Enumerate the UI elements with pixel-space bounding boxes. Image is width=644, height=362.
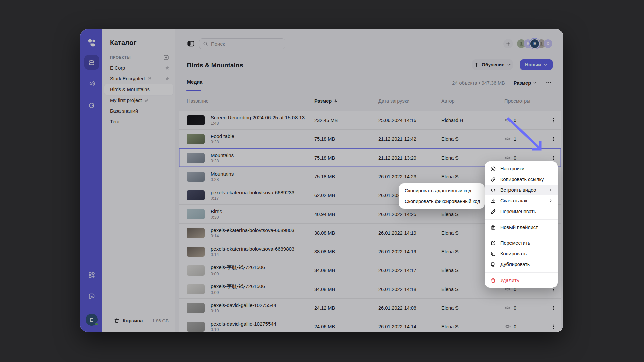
more-options-button[interactable] [545, 79, 552, 86]
table-header: НазваниеРазмерДата загрузкиАвторПросмотр… [179, 91, 561, 111]
cell-date: 25.06.2024 14:16 [378, 118, 441, 123]
context-menu-item[interactable]: Переименовать [485, 206, 558, 217]
pencil-icon [490, 208, 496, 215]
submenu-item[interactable]: Скопировать адаптивный код [399, 185, 485, 196]
video-thumbnail [187, 265, 205, 276]
row-menu-button[interactable] [548, 115, 558, 125]
sort-selector-label: Размер [514, 80, 531, 86]
video-name: Mountains [211, 152, 234, 158]
video-thumbnail [187, 284, 205, 294]
cell-size: 40.94 MB [314, 212, 378, 217]
trash-item[interactable]: Корзина 1.86 GB [104, 315, 173, 326]
column-header[interactable]: Просмотры [504, 98, 548, 104]
star-icon [165, 76, 170, 81]
row-menu-button[interactable] [548, 322, 558, 332]
menu-item-label: Копировать [500, 251, 527, 256]
table-row[interactable]: Food table0:2875.18 MB21.12.2021 12:42El… [179, 129, 561, 148]
app-logo-icon[interactable] [87, 38, 97, 48]
context-menu-item[interactable]: Удалить [485, 275, 558, 286]
video-thumbnail [187, 190, 205, 200]
row-menu-button[interactable] [548, 303, 558, 313]
rail-stream-icon[interactable] [84, 76, 99, 91]
link-icon [490, 176, 496, 183]
ellipsis-icon [545, 79, 552, 86]
cell-size: 62.02 MB [314, 193, 378, 198]
sort-selector[interactable]: Размер [514, 80, 537, 86]
add-project-button[interactable] [163, 54, 169, 61]
cell-date: 26.01.2022 14:25 [378, 212, 441, 217]
project-label: E Corp [110, 65, 125, 71]
user-avatar[interactable]: E [86, 314, 98, 326]
rail-chat-icon[interactable] [84, 289, 99, 304]
context-menu-item[interactable]: Дублировать [485, 259, 558, 270]
sidebar-project-item[interactable]: My first project [104, 95, 173, 106]
sidebar-project-item[interactable]: Stark Encrypted [104, 73, 173, 84]
views-count: 0 [514, 305, 516, 311]
video-duration: 0:09 [211, 290, 265, 295]
collapse-sidebar-icon[interactable] [187, 40, 195, 48]
video-duration: 0:09 [211, 272, 265, 276]
add-member-button[interactable] [503, 39, 513, 48]
column-header[interactable]: Размер [314, 98, 378, 104]
video-duration: 1:48 [211, 121, 305, 126]
member-avatar[interactable]: E [530, 39, 539, 48]
video-thumbnail [187, 153, 205, 163]
project-label: My first project [110, 98, 142, 103]
context-menu-item[interactable]: Встроить видео [485, 185, 558, 195]
views-count: 1 [514, 136, 516, 142]
move-icon [490, 240, 496, 246]
new-button[interactable]: Новый [520, 59, 553, 70]
sidebar-project-item[interactable]: База знаний [104, 106, 173, 116]
chevron-right-icon [548, 188, 553, 192]
embed-submenu: Скопировать адаптивный кодСкопировать фи… [399, 183, 485, 209]
column-header[interactable]: Название [187, 98, 314, 104]
cell-size: 24.12 MB [314, 305, 378, 311]
menu-divider [485, 235, 558, 235]
video-name: Birds [211, 208, 222, 214]
rail-apps-icon[interactable] [84, 267, 99, 282]
cell-date: 26.01.2022 14:08 [378, 305, 441, 311]
trash-label: Корзина [123, 318, 143, 323]
column-header[interactable]: Автор [441, 98, 504, 104]
rail-catalog-icon[interactable] [84, 55, 99, 70]
row-menu-button[interactable] [548, 134, 558, 144]
context-menu-item[interactable]: Скачать как [485, 195, 558, 206]
cell-size: 232.45 MB [314, 118, 378, 123]
submenu-item[interactable]: Скопировать фиксированный код [399, 196, 485, 207]
copy-icon [490, 251, 496, 257]
table-row[interactable]: pexels-david-gallie-102755440:1024.12 MB… [179, 298, 561, 317]
page-title: Birds & Mountains [187, 62, 243, 69]
cell-date: 26.01.2022 14:17 [378, 268, 441, 273]
video-duration: 0:28 [211, 177, 234, 182]
chevron-right-icon [548, 198, 553, 203]
menu-item-label: Новый плейлист [500, 225, 538, 230]
rail-recordings-icon[interactable] [84, 98, 99, 113]
video-duration: 0:28 [211, 140, 234, 144]
column-header[interactable]: Дата загрузки [378, 98, 441, 104]
context-menu-item[interactable]: Копировать ссылку [485, 174, 558, 185]
search-input[interactable] [211, 41, 282, 47]
video-name: Food table [211, 133, 234, 139]
menu-item-label: Скачать как [500, 198, 527, 203]
sidebar-project-item[interactable]: E Corp [104, 63, 173, 73]
context-menu-item[interactable]: Переместить [485, 238, 558, 248]
project-label: База знаний [110, 108, 138, 114]
member-avatar[interactable]: D [544, 39, 552, 48]
cell-size: 34.08 MB [314, 268, 378, 273]
sidebar-project-item[interactable]: Тест [104, 116, 173, 127]
cell-size: 38.08 MB [314, 249, 378, 254]
project-label: Stark Encrypted [110, 76, 145, 81]
column-header-label: Автор [441, 98, 455, 104]
course-button[interactable]: Обучение [472, 59, 513, 70]
menu-item-label: Копировать ссылку [500, 177, 544, 182]
context-menu-item[interactable]: Новый плейлист [485, 222, 558, 233]
video-duration: 0:30 [211, 215, 222, 220]
context-menu-item[interactable]: Настройки [485, 163, 558, 174]
cell-author: Elena S [441, 305, 504, 311]
table-row[interactable]: Screen Recording 2024-06-25 at 15.08.131… [179, 111, 561, 129]
context-menu-item[interactable]: Копировать [485, 248, 558, 259]
cell-size: 75.18 MB [314, 136, 378, 142]
table-row[interactable]: pexels-david-gallie-102755440:1024.06 MB… [179, 317, 561, 332]
sidebar-project-item[interactable]: Birds & Mountains [104, 84, 173, 95]
tab-media[interactable]: Медиа [187, 79, 202, 85]
